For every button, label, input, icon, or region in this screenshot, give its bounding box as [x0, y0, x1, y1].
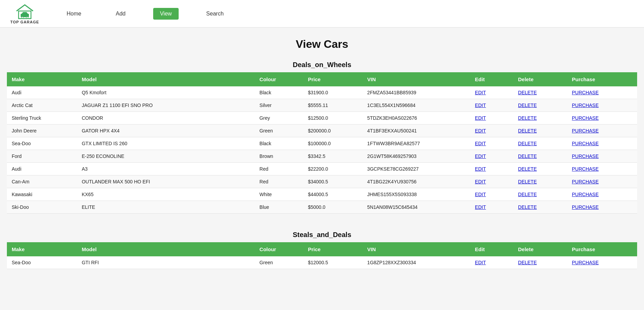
delete-link-8[interactable]: DELETE [518, 192, 537, 197]
cell-colour-8: White [255, 188, 303, 201]
cell-vin-5: 2G1WT58K469257903 [362, 150, 470, 163]
delete-link-1[interactable]: DELETE [518, 103, 537, 108]
edit-link-9[interactable]: EDIT [475, 204, 486, 210]
col-header-purchase: Purchase [567, 242, 637, 256]
cell-colour-2: Grey [255, 112, 303, 125]
col-header-delete: Delete [513, 242, 567, 256]
col-header-model: Model [77, 72, 254, 86]
nav-home[interactable]: Home [60, 8, 88, 20]
edit-link-0[interactable]: EDIT [475, 260, 486, 265]
delete-link-0[interactable]: DELETE [518, 90, 537, 95]
table-row: Arctic CatJAGUAR Z1 1100 EFI SNO PROSilv… [7, 99, 637, 112]
cell-price-6: $22200.0 [303, 163, 362, 175]
edit-link-5[interactable]: EDIT [475, 153, 486, 159]
edit-link-1[interactable]: EDIT [475, 103, 486, 108]
purchase-link-8[interactable]: PURCHASE [572, 192, 599, 197]
col-header-delete: Delete [513, 72, 567, 86]
cell-make-6: Audi [7, 163, 77, 175]
purchase-link-1[interactable]: PURCHASE [572, 103, 599, 108]
cell-price-5: $3342.5 [303, 150, 362, 163]
col-header-colour: Colour [255, 72, 303, 86]
edit-link-2[interactable]: EDIT [475, 115, 486, 121]
col-header-vin: VIN [362, 72, 470, 86]
purchase-link-9[interactable]: PURCHASE [572, 204, 599, 210]
cell-price-4: $100000.0 [303, 137, 362, 150]
purchase-link-0[interactable]: PURCHASE [572, 90, 599, 95]
cell-price-2: $12500.0 [303, 112, 362, 125]
cell-price-9: $5000.0 [303, 201, 362, 214]
cell-make-7: Can-Am [7, 175, 77, 188]
purchase-link-0[interactable]: PURCHASE [572, 260, 599, 265]
cell-price-3: $200000.0 [303, 125, 362, 137]
table-row: Sterling TruckCONDORGrey$12500.05TDZK3EH… [7, 112, 637, 125]
delete-link-9[interactable]: DELETE [518, 204, 537, 210]
dealer-section-1: Steals_and_DealsMakeModelColourPriceVINE… [7, 231, 637, 269]
table-row: AudiQ5 KmofortBlack$31900.02FMZA53441BB8… [7, 86, 637, 99]
dealer-table-1: MakeModelColourPriceVINEditDeletePurchas… [7, 242, 637, 269]
purchase-link-5[interactable]: PURCHASE [572, 153, 599, 159]
col-header-model: Model [77, 242, 254, 256]
table-row: Can-AmOUTLANDER MAX 500 HO EFIRed$34000.… [7, 175, 637, 188]
purchase-link-3[interactable]: PURCHASE [572, 128, 599, 133]
edit-link-4[interactable]: EDIT [475, 141, 486, 146]
main-content: View Cars Deals_on_WheelsMakeModelColour… [0, 28, 644, 310]
edit-link-8[interactable]: EDIT [475, 192, 486, 197]
cell-colour-4: Black [255, 137, 303, 150]
cell-vin-1: 1C3EL554X1N596684 [362, 99, 470, 112]
cell-make-2: Sterling Truck [7, 112, 77, 125]
delete-link-5[interactable]: DELETE [518, 153, 537, 159]
col-header-vin: VIN [362, 242, 470, 256]
col-header-purchase: Purchase [567, 72, 637, 86]
table-row: Ski-DooELITEBlue$5000.05N1AN08W15C645434… [7, 201, 637, 214]
cell-colour-5: Brown [255, 150, 303, 163]
logo-text: TOP GARAGE [10, 20, 39, 24]
cell-vin-4: 1FTWW3BR9AEA82577 [362, 137, 470, 150]
purchase-link-6[interactable]: PURCHASE [572, 166, 599, 172]
cell-model-6: A3 [77, 163, 254, 175]
cell-vin-7: 4T1BG22K4YU930756 [362, 175, 470, 188]
cell-colour-3: Green [255, 125, 303, 137]
purchase-link-4[interactable]: PURCHASE [572, 141, 599, 146]
cell-model-2: CONDOR [77, 112, 254, 125]
cell-make-1: Arctic Cat [7, 99, 77, 112]
delete-link-4[interactable]: DELETE [518, 141, 537, 146]
cell-price-7: $34000.5 [303, 175, 362, 188]
cell-vin-9: 5N1AN08W15C645434 [362, 201, 470, 214]
logo-icon [15, 3, 34, 19]
table-row: FordE-250 ECONOLINEBrown$3342.52G1WT58K4… [7, 150, 637, 163]
nav-view[interactable]: View [153, 8, 179, 20]
nav-links: Home Add View Search [60, 8, 231, 20]
edit-link-3[interactable]: EDIT [475, 128, 486, 133]
delete-link-6[interactable]: DELETE [518, 166, 537, 172]
cell-model-0: GTI RFI [77, 256, 254, 269]
cell-make-0: Audi [7, 86, 77, 99]
table-row: Sea-DooGTI RFIGreen$12000.51G8ZP128XXZ30… [7, 256, 637, 269]
cell-make-3: John Deere [7, 125, 77, 137]
cell-make-9: Ski-Doo [7, 201, 77, 214]
edit-link-6[interactable]: EDIT [475, 166, 486, 172]
edit-link-7[interactable]: EDIT [475, 179, 486, 184]
nav-add[interactable]: Add [109, 8, 132, 20]
cell-model-7: OUTLANDER MAX 500 HO EFI [77, 175, 254, 188]
nav-search[interactable]: Search [199, 8, 231, 20]
purchase-link-2[interactable]: PURCHASE [572, 115, 599, 121]
cell-model-5: E-250 ECONOLINE [77, 150, 254, 163]
cell-model-3: GATOR HPX 4X4 [77, 125, 254, 137]
cell-price-8: $44000.5 [303, 188, 362, 201]
table-row: Sea-DooGTX LIMITED IS 260Black$100000.01… [7, 137, 637, 150]
table-row: KawasakiKX65White$44000.5JHMES155X5S0933… [7, 188, 637, 201]
table-row: John DeereGATOR HPX 4X4Green$200000.04T1… [7, 125, 637, 137]
purchase-link-7[interactable]: PURCHASE [572, 179, 599, 184]
dealer-name-0: Deals_on_Wheels [7, 61, 637, 69]
cell-vin-8: JHMES155X5S093338 [362, 188, 470, 201]
cell-model-8: KX65 [77, 188, 254, 201]
delete-link-7[interactable]: DELETE [518, 179, 537, 184]
cell-colour-9: Blue [255, 201, 303, 214]
cell-colour-0: Black [255, 86, 303, 99]
delete-link-0[interactable]: DELETE [518, 260, 537, 265]
delete-link-2[interactable]: DELETE [518, 115, 537, 121]
edit-link-0[interactable]: EDIT [475, 90, 486, 95]
cell-make-0: Sea-Doo [7, 256, 77, 269]
cell-model-1: JAGUAR Z1 1100 EFI SNO PRO [77, 99, 254, 112]
delete-link-3[interactable]: DELETE [518, 128, 537, 133]
